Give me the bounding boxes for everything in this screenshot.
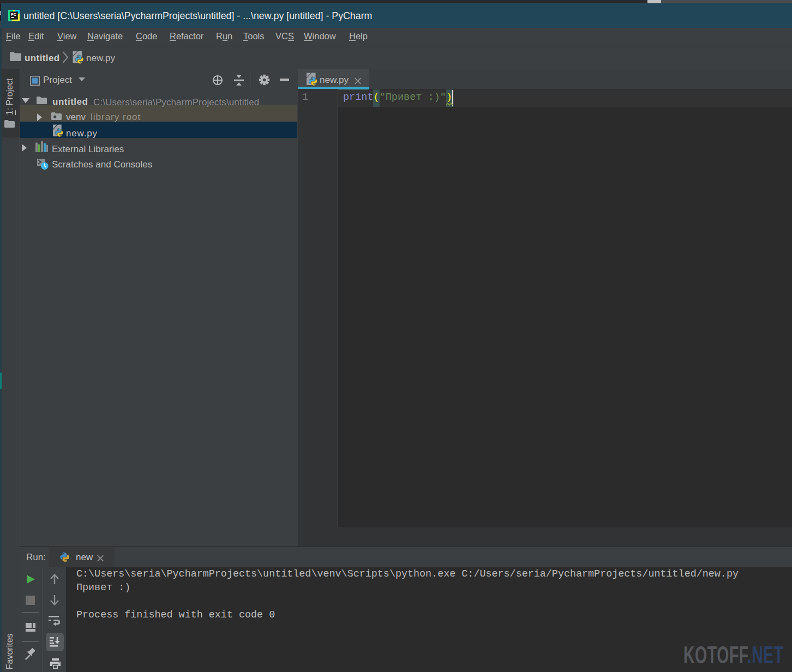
svg-text:PC: PC — [11, 12, 16, 17]
